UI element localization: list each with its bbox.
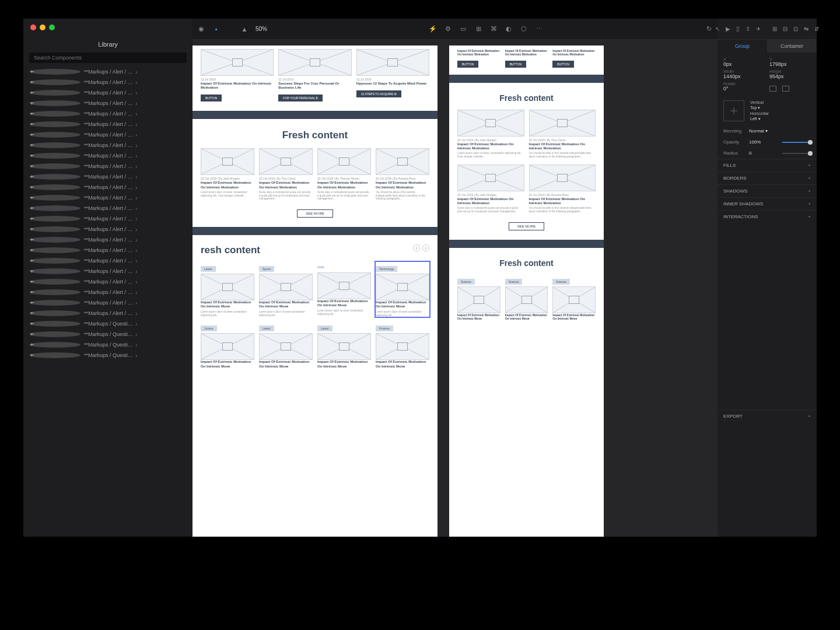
library-item[interactable]: **Markups / Alert / Pointer / Solid / Z› (23, 308, 192, 318)
card-button[interactable]: BUTTON (201, 94, 222, 102)
component-icon (29, 321, 80, 327)
opacity-slider[interactable] (782, 142, 811, 143)
interactions-section[interactable]: INTERACTIONS+ (718, 210, 817, 223)
view-mode-icon[interactable]: ▪ (212, 25, 220, 33)
library-item[interactable]: **Markups / Alert / Pointer / Dashed / 4… (23, 203, 192, 214)
library-item[interactable]: **Markups / Alert / Pointer / Left› (23, 150, 192, 161)
flip-v-icon[interactable] (782, 86, 789, 92)
flip-v-icon[interactable]: ⇵ (814, 26, 819, 33)
library-item[interactable]: **Markups / Alert / Direct_Comments / Ri… (23, 108, 192, 119)
inner-shadows-section[interactable]: INNER SHADOWS+ (718, 197, 817, 210)
blending-select[interactable]: Normal ▾ (749, 128, 811, 134)
library-item[interactable]: **Markups / Question / Comments / Questi… (23, 329, 192, 340)
library-item[interactable]: **Markups / Alert / Pointer / Dashed / 1… (23, 172, 192, 182)
flip-h-icon[interactable] (769, 86, 776, 92)
rotate-value[interactable]: 0° (723, 86, 765, 92)
library-item-label: **Markups / Alert / Element / Number_Lar… (84, 121, 135, 127)
mask-icon[interactable]: ◐ (505, 25, 513, 33)
chevron-right-icon: › (135, 331, 187, 338)
tab-group[interactable]: Group (718, 40, 767, 52)
flip-h-icon[interactable]: ⇆ (804, 26, 808, 33)
library-item[interactable]: **Markups / Alert / Pointer / Dashed / R… (23, 224, 192, 235)
library-item[interactable]: **Markups / Alert / Element / Number_Sma… (23, 130, 192, 140)
library-item[interactable]: **Markups / Alert / Direct_Comments / To… (23, 88, 192, 98)
library-item[interactable]: **Markups / Alert / Pointer / Dashed / L… (23, 214, 192, 224)
horizontal-select[interactable]: Left ▾ (750, 116, 811, 122)
union-icon[interactable]: ⬡ (520, 25, 528, 33)
library-item[interactable]: **Markups / Alert / Direct_Comments / Le… (23, 98, 192, 108)
borders-section[interactable]: BORDERS+ (718, 172, 817, 184)
see-more-button[interactable]: SEE MORE (297, 209, 333, 218)
next-icon[interactable]: › (422, 244, 429, 251)
plus-icon: + (808, 201, 811, 206)
selected-card[interactable]: TechnologyImpact Of Extrinsic Motivation… (376, 262, 429, 317)
radius-slider[interactable] (782, 153, 811, 154)
export-section[interactable]: EXPORT+ (718, 410, 817, 422)
height-value[interactable]: 954px (769, 74, 811, 79)
library-item[interactable]: **Markups / Alert / Pointer / Solid / L› (23, 276, 192, 287)
library-item[interactable]: **Markups / Alert / Pointer / Solid / 3_… (23, 256, 192, 266)
library-item[interactable]: **Markups / Alert / Element / Number_Lar… (23, 119, 192, 130)
library-item[interactable]: **Markups / Question / Connector / Left_… (23, 340, 192, 350)
library-item-label: **Markups / Alert / Pointer / Solid / 1_… (84, 237, 135, 243)
library-item[interactable]: **Markups / Alert / Pointer / Solid / 1_… (23, 235, 192, 245)
eye-icon[interactable]: ◉ (197, 25, 205, 33)
search-input[interactable] (29, 52, 187, 63)
group-icon[interactable]: ⊞ (474, 25, 482, 33)
more-icon[interactable]: ⋯ (535, 25, 543, 33)
canvas[interactable]: 12 Jul 2019 Impact Of Extrinsic Motivati… (192, 40, 718, 537)
library-item[interactable]: **Markups / Alert / Pointer / Solid / Ri… (23, 298, 192, 308)
maximize-icon[interactable] (49, 24, 55, 30)
artboard-desktop[interactable]: 12 Jul 2019 Impact Of Extrinsic Motivati… (192, 46, 438, 537)
pointer-icon[interactable]: ↖ (715, 26, 720, 33)
cursor-icon[interactable]: ▲ (240, 25, 249, 33)
send-icon[interactable]: ✈ (756, 26, 761, 33)
library-item[interactable]: **Markups / Alert / Connector / Two_Way› (23, 66, 192, 77)
link-icon[interactable]: ⌘ (489, 25, 498, 33)
x-value[interactable]: 0px (723, 61, 765, 67)
width-value[interactable]: 1440px (723, 74, 765, 79)
library-item[interactable]: **Markups / Question / Comments / Questi… (23, 318, 192, 329)
fills-section[interactable]: FILLS+ (718, 159, 817, 172)
tab-container[interactable]: Container (767, 40, 817, 52)
distribute-icon[interactable]: ⊡ (793, 26, 798, 33)
library-item[interactable]: **Markups / Alert / Direct_Comments / Bo… (23, 77, 192, 88)
library-item[interactable]: **Markups / Alert / Pointer / Solid / Le… (23, 287, 192, 298)
library-item[interactable]: **Markups / Alert / Element / icon› (23, 140, 192, 150)
layout-icon[interactable]: ⊞ (772, 26, 777, 33)
minimize-icon[interactable] (40, 24, 46, 30)
card-button[interactable]: FOR YOUR PERSONAL B (278, 94, 322, 102)
library-item[interactable]: **Markups / Alert / Pointer / Solid / 4_… (23, 266, 192, 276)
opacity-value[interactable]: 100% (749, 139, 778, 145)
bolt-icon[interactable]: ⚡ (429, 25, 437, 33)
zoom-level[interactable]: 50% (256, 26, 267, 32)
y-value[interactable]: 1798px (769, 61, 811, 67)
library-item[interactable]: **Markups / Alert / Pointer / Dashed / 2… (23, 182, 192, 192)
card-button[interactable]: 12 STEPS TO ACQUIRE M (356, 90, 401, 97)
mobile-icon[interactable]: ▯ (736, 26, 740, 33)
vertical-select[interactable]: Top ▾ (750, 105, 811, 111)
library-list: **Markups / Alert / Connector / Two_Way›… (23, 66, 192, 360)
upload-icon[interactable]: ⇪ (746, 26, 750, 33)
artboard-tablet[interactable]: Impact Of Extrinsic Motivation On Intrin… (449, 46, 604, 537)
library-item[interactable]: **Markups / Alert / Pointer / Dashed / 3… (23, 192, 192, 203)
card[interactable] (278, 49, 351, 76)
section-title-left: resh content ‹ › (192, 235, 438, 262)
card[interactable] (356, 49, 429, 76)
chevron-right-icon: › (135, 278, 187, 285)
gear-icon[interactable]: ⚙ (444, 25, 452, 33)
card[interactable] (201, 49, 274, 76)
library-item[interactable]: **Markups / Alert / Pointer / Solid / 2_… (23, 245, 192, 256)
shadows-section[interactable]: SHADOWS+ (718, 184, 817, 197)
pin-box[interactable] (723, 100, 744, 121)
prev-icon[interactable]: ‹ (413, 244, 420, 251)
play-icon[interactable]: ▶ (726, 26, 730, 33)
library-item[interactable]: **Markups / Alert / Pointer / Right› (23, 161, 192, 172)
library-item[interactable]: **Markups / Question / Connector / Right… (23, 350, 192, 360)
align-icon[interactable]: ⊟ (783, 26, 788, 33)
artboard-icon[interactable]: ▭ (459, 25, 467, 33)
radius-value[interactable]: 0 (749, 150, 778, 156)
redo-icon[interactable]: ↻ (705, 25, 713, 33)
close-icon[interactable] (30, 24, 36, 30)
nav-arrows: ‹ › (413, 244, 429, 251)
